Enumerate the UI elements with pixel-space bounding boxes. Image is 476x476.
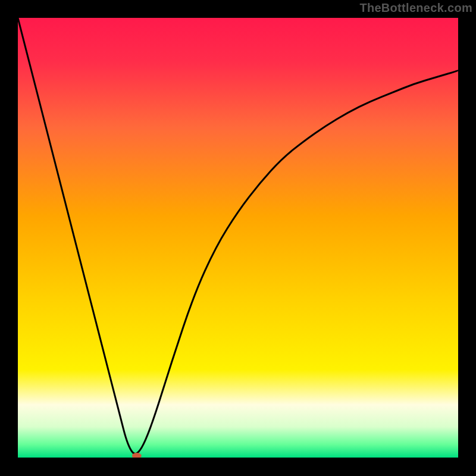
watermark-text: TheBottleneck.com — [359, 1, 472, 15]
chart-svg — [18, 18, 458, 458]
chart-container: TheBottleneck.com — [0, 0, 476, 476]
gradient-background — [18, 18, 458, 458]
plot-area — [18, 18, 458, 458]
